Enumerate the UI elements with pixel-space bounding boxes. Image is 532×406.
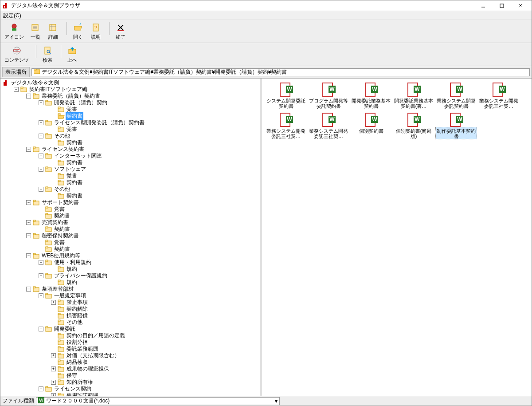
collapse-icon[interactable]: −	[26, 253, 31, 258]
tree-node[interactable]: +禁止事項	[26, 299, 260, 306]
tree-node[interactable]: −売買契約書	[14, 219, 260, 226]
tree-root-node[interactable]: デジタル法令＆文例	[1, 79, 260, 86]
expand-icon[interactable]: +	[51, 367, 56, 371]
toolbar-icon-view-button[interactable]: アイコン	[2, 21, 26, 42]
filetype-combobox[interactable]: W ワード２０００文書(*.doc) ▾	[36, 397, 280, 405]
tree-node[interactable]: 契約書	[20, 226, 260, 233]
tree-node[interactable]: 覚書	[20, 239, 260, 246]
tree-node[interactable]: 規約	[26, 279, 260, 286]
file-item[interactable]: W業務システム開発委託契約書	[435, 81, 477, 110]
collapse-icon[interactable]: −	[39, 167, 43, 172]
tree-node[interactable]: 契約解除	[26, 306, 260, 312]
collapse-icon[interactable]: −	[26, 287, 31, 292]
toolbar-list-view-button[interactable]: 一覧	[27, 21, 44, 42]
address-path-field[interactable]: デジタル法令＆文例¥契約書ITソフトウェア編¥業務委託（請負）契約書¥開発委託（…	[31, 68, 530, 76]
tree-node[interactable]: −契約書ITソフトウェア編	[8, 86, 260, 93]
tree-node[interactable]: 役割分担	[26, 339, 260, 346]
tree-node[interactable]: 契約の目的／用語の定義	[26, 332, 260, 339]
tree-node[interactable]: 委託業務範囲	[26, 346, 260, 352]
collapse-icon[interactable]: −	[39, 386, 43, 391]
tree-node[interactable]: +使用許諾範囲	[26, 392, 260, 396]
toolbar-open-button[interactable]: 開く	[70, 21, 86, 42]
tree-node[interactable]: −その他	[20, 133, 260, 139]
tree-node[interactable]: 覚書	[26, 126, 260, 133]
tree-node[interactable]: −業務委託（請負）契約書	[14, 93, 260, 99]
collapse-icon[interactable]: −	[39, 134, 43, 138]
toolbar-contents-button[interactable]: コンテンツ	[2, 44, 31, 65]
file-item[interactable]: W個別契約書(簡易版)	[392, 111, 435, 140]
tree-node[interactable]: 契約書	[26, 179, 260, 186]
tree-node[interactable]: −一般規定事項	[20, 292, 260, 299]
collapse-icon[interactable]: −	[26, 94, 31, 99]
tree-pane[interactable]: デジタル法令＆文例−契約書ITソフトウェア編−業務委託（請負）契約書−開発委託（…	[0, 79, 262, 396]
toolbar-detail-view-button[interactable]: 詳細	[45, 21, 62, 42]
minimize-button[interactable]	[474, 1, 493, 11]
tree-node[interactable]: −開発委託（請負）契約	[20, 99, 260, 106]
menu-settings[interactable]: 設定(C)	[3, 12, 21, 19]
tree-node[interactable]: 契約書	[26, 159, 260, 166]
collapse-icon[interactable]: −	[26, 233, 31, 238]
tree-node[interactable]: 覚書	[26, 173, 260, 179]
tree-node[interactable]: その他	[26, 319, 260, 326]
tree-node[interactable]: 損害賠償	[26, 312, 260, 319]
maximize-button[interactable]	[493, 1, 511, 11]
tree-node[interactable]: 保守	[26, 372, 260, 379]
file-item[interactable]: W個別契約書	[350, 111, 392, 140]
tree-node[interactable]: 納品検収	[26, 359, 260, 366]
collapse-icon[interactable]: −	[39, 273, 43, 278]
collapse-icon[interactable]: −	[39, 327, 43, 331]
toolbar-search-button[interactable]: 検索	[39, 44, 56, 65]
tree-node[interactable]: 覚書	[20, 206, 260, 213]
file-item[interactable]: W業務システム開発委託三社契…	[307, 111, 350, 140]
tree-node[interactable]: −WEB使用規約等	[14, 252, 260, 259]
tree-node[interactable]: −インターネット関連	[20, 153, 260, 159]
collapse-icon[interactable]: −	[26, 147, 31, 152]
tree-node[interactable]: +成果物の瑕疵担保	[26, 366, 260, 372]
file-item[interactable]: W開発委託業務基本契約書	[350, 81, 392, 110]
collapse-icon[interactable]: −	[39, 100, 43, 105]
collapse-icon[interactable]: −	[14, 87, 19, 92]
file-item[interactable]: W業務システム開発委託三社契…	[265, 111, 307, 140]
file-item[interactable]: W業務システム開発委託三社契…	[477, 81, 520, 110]
collapse-icon[interactable]: −	[26, 220, 31, 225]
file-item[interactable]: W開発委託業務基本契約書(著…	[392, 81, 435, 110]
toolbar-help-button[interactable]: ? 説明	[87, 21, 104, 42]
collapse-icon[interactable]: −	[39, 293, 43, 298]
file-item[interactable]: Wプログラム開発等委託契約書	[307, 81, 350, 110]
tree-node[interactable]: 契約書	[26, 193, 260, 199]
tree-node[interactable]: −その他	[20, 186, 260, 193]
tree-node[interactable]: +対価（支払期限含む）	[26, 352, 260, 359]
tree-node[interactable]: 契約書	[20, 213, 260, 219]
tree-node[interactable]: 契約書	[26, 139, 260, 146]
collapse-icon[interactable]: −	[26, 200, 31, 205]
tree-node[interactable]: −ライセンス型開発委託（請負）契約書	[20, 119, 260, 126]
collapse-icon[interactable]: −	[39, 120, 43, 125]
expand-icon[interactable]: +	[51, 300, 56, 305]
toolbar-up-button[interactable]: 上へ	[64, 44, 81, 65]
tree-node[interactable]: 覚書	[26, 106, 260, 113]
svg-text:W: W	[287, 116, 292, 122]
file-item[interactable]: Wシステム開発委託契約書	[265, 81, 307, 110]
tree-node[interactable]: −ライセンス契約書	[14, 146, 260, 153]
tree-node[interactable]: −サポート契約書	[14, 199, 260, 206]
collapse-icon[interactable]: −	[39, 154, 43, 158]
file-item[interactable]: W制作委託基本契約書	[435, 111, 477, 140]
tree-node[interactable]: −開発委託	[20, 326, 260, 332]
collapse-icon[interactable]: −	[39, 187, 43, 192]
close-button[interactable]	[511, 1, 530, 11]
toolbar-exit-button[interactable]: 終了	[112, 21, 129, 42]
tree-node[interactable]: 契約書	[26, 113, 260, 119]
tree-node[interactable]: 規約	[26, 266, 260, 272]
tree-node[interactable]: 契約書	[20, 246, 260, 252]
tree-node[interactable]: −条項差替部材	[14, 286, 260, 292]
tree-node[interactable]: −ソフトウェア	[20, 166, 260, 173]
tree-node[interactable]: −使用・利用規約	[20, 259, 260, 266]
expand-icon[interactable]: +	[51, 380, 56, 385]
tree-node[interactable]: −秘密保持契約書	[14, 233, 260, 239]
tree-node[interactable]: −ライセンス契約	[20, 386, 260, 392]
tree-node[interactable]: +知的所有権	[26, 379, 260, 386]
tree-node[interactable]: −プライバシー保護規約	[20, 272, 260, 279]
file-pane[interactable]: Wシステム開発委託契約書Wプログラム開発等委託契約書W開発委託業務基本契約書W開…	[262, 79, 532, 396]
collapse-icon[interactable]: −	[39, 260, 43, 265]
expand-icon[interactable]: +	[51, 353, 56, 358]
